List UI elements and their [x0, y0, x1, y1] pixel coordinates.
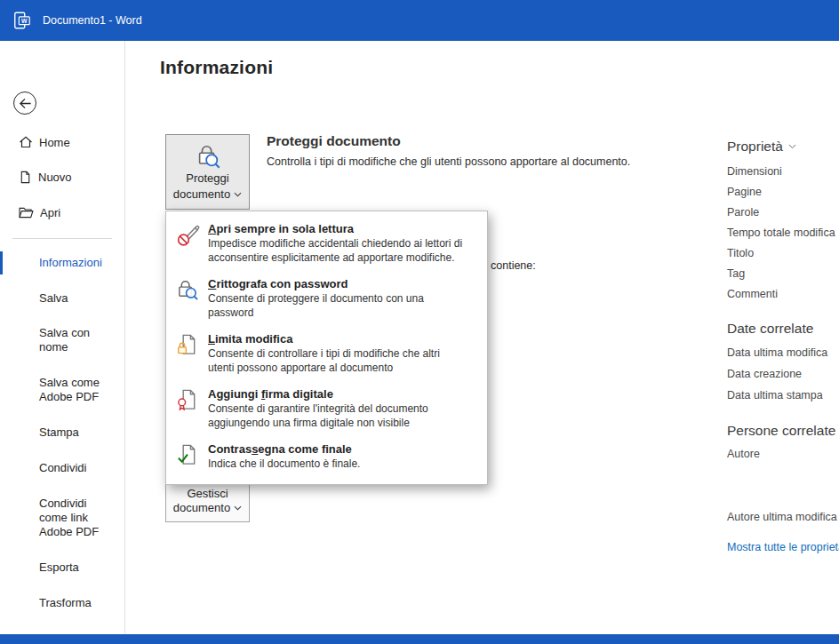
manage-button-label-line2: documento: [173, 501, 230, 515]
show-all-properties-link[interactable]: Mostra tutte le proprietà: [727, 541, 839, 553]
manage-button-label-line1: Gestisci: [187, 487, 228, 501]
sidebar-item-salva-con-nome[interactable]: Salva con nome: [0, 326, 117, 354]
sidebar-item-label: Salva con nome: [39, 326, 90, 354]
protect-document-dropdown-menu: Apri sempre in sola lettura Impedisce mo…: [165, 211, 488, 485]
backstage-sidebar: Home Nuovo Apri Informazioni Salva Salva…: [0, 41, 125, 634]
sidebar-item-nuovo[interactable]: Nuovo: [0, 166, 124, 187]
sidebar-item-apri[interactable]: Apri: [0, 202, 124, 223]
property-label-dimensioni: Dimensioni: [727, 165, 782, 178]
menu-item-description: Impedisce modifiche accidentali chiedend…: [208, 237, 464, 265]
sidebar-item-label: Condividi: [39, 461, 86, 474]
property-label-commenti: Commenti: [727, 288, 778, 300]
sidebar-item-salva-come-adobe-pdf[interactable]: Salva come Adobe PDF: [0, 376, 117, 404]
menu-item-title: Limita modifica: [208, 332, 464, 346]
menu-item-title: Aggiungi firma digitale: [208, 387, 464, 401]
sidebar-item-label: Salva: [39, 291, 68, 305]
menu-item-contrassegna-come-finale[interactable]: Contrassegna come finale Indica che il d…: [166, 436, 487, 478]
menu-item-crittografa-con-password[interactable]: Crittografa con password Consente di pro…: [166, 271, 487, 326]
sidebar-item-label: Esporta: [39, 561, 79, 574]
back-button[interactable]: [13, 91, 36, 115]
protect-section-description: Controlla i tipi di modifiche che gli ut…: [267, 155, 711, 168]
menu-item-limita-modifica[interactable]: Limita modifica Consente di controllare …: [166, 326, 487, 381]
menu-item-aggiungi-firma-digitale[interactable]: Aggiungi firma digitale Consente di gara…: [166, 381, 487, 436]
chevron-down-icon: [234, 192, 242, 197]
mark-as-final-icon: [176, 443, 200, 467]
menu-item-description: Indica che il documento è finale.: [208, 457, 360, 472]
menu-item-description: Consente di garantire l'integrità del do…: [208, 402, 464, 430]
menu-item-title: Contrassegna come finale: [208, 442, 360, 456]
sidebar-item-esporta[interactable]: Esporta: [0, 561, 117, 575]
sidebar-item-label: Apri: [40, 206, 60, 219]
protect-document-button[interactable]: Proteggi documento: [165, 134, 250, 210]
sidebar-item-label: Condividi come link Adobe PDF: [39, 497, 99, 538]
property-label-tempo-totale-modifica: Tempo totale modifica: [727, 227, 835, 239]
taskbar-strip: [0, 634, 839, 644]
sidebar-item-condividi[interactable]: Condividi: [0, 461, 117, 475]
menu-item-description: Consente di controllare i tipi di modifi…: [208, 347, 464, 375]
property-label-autore: Autore: [727, 448, 760, 460]
related-dates-title: Date correlate: [727, 321, 813, 337]
property-label-pagine: Pagine: [727, 186, 762, 198]
word-logo-icon: W: [12, 11, 32, 30]
protect-button-label-line1: Proteggi: [186, 171, 228, 186]
menu-item-title: Apri sempre in sola lettura: [208, 222, 464, 235]
new-document-icon: [19, 171, 32, 184]
back-arrow-icon: [19, 97, 32, 110]
property-label-autore-ultima-modifica: Autore ultima modifica: [727, 511, 837, 523]
sidebar-item-condividi-come-link[interactable]: Condividi come link Adobe PDF: [0, 497, 117, 539]
properties-title: Proprietà: [727, 139, 783, 155]
read-only-pencil-icon: [176, 223, 200, 247]
open-folder-icon: [19, 207, 34, 219]
sidebar-item-label: Salva come Adobe PDF: [39, 376, 100, 403]
titlebar: W Documento1 - Word: [0, 0, 839, 41]
word-backstage-window: W Documento1 - Word Home Nuovo: [0, 0, 839, 644]
partially-hidden-text: contiene:: [491, 259, 536, 272]
encrypt-password-lock-icon: [176, 278, 200, 302]
chevron-down-icon: [234, 505, 242, 511]
property-label-data-ultima-stampa: Data ultima stampa: [727, 389, 823, 402]
property-label-data-creazione: Data creazione: [727, 368, 802, 380]
sidebar-item-label: Home: [39, 136, 70, 149]
sidebar-item-home[interactable]: Home: [0, 131, 124, 153]
property-label-data-ultima-modifica: Data ultima modifica: [727, 346, 827, 359]
property-label-parole: Parole: [727, 206, 759, 219]
properties-dropdown[interactable]: Proprietà: [727, 139, 796, 155]
protect-section-title: Proteggi documento: [267, 133, 401, 149]
sidebar-item-label: Trasforma: [39, 596, 92, 609]
menu-item-apri-sempre-in-sola-lettura[interactable]: Apri sempre in sola lettura Impedisce mo…: [166, 216, 487, 271]
menu-item-description: Consente di proteggere il documento con …: [208, 292, 464, 320]
digital-signature-icon: [176, 388, 200, 412]
sidebar-item-salva[interactable]: Salva: [0, 291, 117, 306]
menu-item-title: Crittografa con password: [208, 277, 464, 290]
property-label-titolo: Titolo: [727, 247, 754, 259]
protect-button-label-line2: documento: [173, 187, 230, 202]
property-label-tag: Tag: [727, 267, 745, 280]
sidebar-item-label: Nuovo: [38, 171, 72, 184]
sidebar-item-trasforma[interactable]: Trasforma: [0, 596, 117, 610]
page-title: Informazioni: [160, 57, 273, 78]
sidebar-item-informazioni[interactable]: Informazioni: [0, 256, 117, 270]
sidebar-item-stampa[interactable]: Stampa: [0, 425, 117, 440]
protect-document-lock-magnifier-icon: [195, 143, 221, 170]
sidebar-divider: [12, 238, 112, 239]
sidebar-item-label: Stampa: [39, 425, 79, 439]
home-icon: [19, 135, 33, 149]
window-title: Documento1 - Word: [43, 14, 142, 27]
related-people-title: Persone correlate: [727, 423, 835, 439]
sidebar-item-label: Informazioni: [39, 256, 102, 269]
svg-text:W: W: [21, 18, 28, 24]
chevron-down-icon: [788, 144, 796, 149]
restrict-editing-icon: [176, 333, 200, 357]
